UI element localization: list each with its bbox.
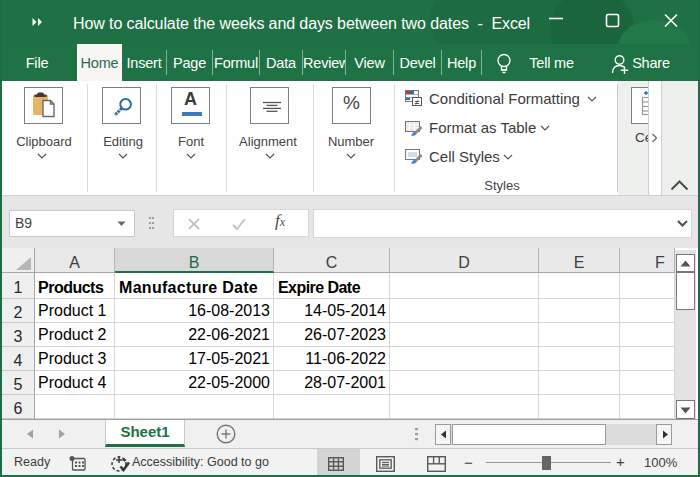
svg-text:≠: ≠ xyxy=(415,97,420,107)
